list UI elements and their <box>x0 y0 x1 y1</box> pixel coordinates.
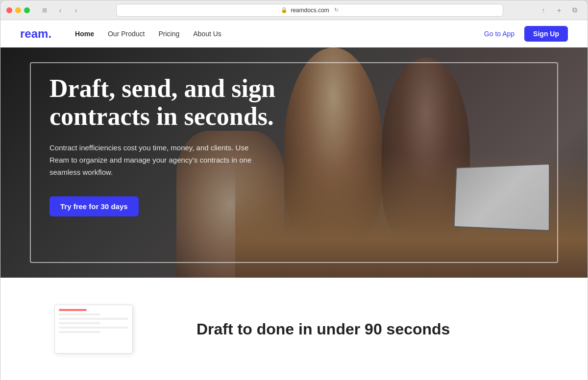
browser-window: ⊞ ‹ › 🔒 reamdocs.com ↻ ↑ + ⧉ ream. Home … <box>0 0 588 380</box>
doc-line-3 <box>59 322 100 324</box>
browser-titlebar: ⊞ ‹ › 🔒 reamdocs.com ↻ ↑ + ⧉ <box>0 0 588 20</box>
nav-home[interactable]: Home <box>75 30 94 38</box>
hero-title: Draft, send, and sign contracts in secon… <box>49 74 304 130</box>
browser-actions: ↑ + ⧉ <box>537 3 582 17</box>
address-bar[interactable]: 🔒 reamdocs.com ↻ <box>116 4 503 17</box>
bottom-text-area: Draft to done in under 90 seconds <box>196 320 568 338</box>
site-logo[interactable]: ream. <box>20 27 51 41</box>
sign-up-button[interactable]: Sign Up <box>524 26 568 42</box>
tab-grid-icon[interactable]: ⊞ <box>38 3 51 17</box>
hero-content: Draft, send, and sign contracts in secon… <box>49 74 304 216</box>
hero-section: Draft, send, and sign contracts in secon… <box>0 48 588 278</box>
bottom-section: Draft to done in under 90 seconds <box>0 278 588 380</box>
website-content: ream. Home Our Product Pricing About Us … <box>0 20 588 380</box>
lock-icon: 🔒 <box>281 7 288 13</box>
cta-button[interactable]: Try free for 30 days <box>49 196 139 216</box>
close-button[interactable] <box>6 7 12 13</box>
go-to-app-link[interactable]: Go to App <box>484 30 514 38</box>
forward-button[interactable]: › <box>69 3 83 17</box>
browser-nav: ⊞ ‹ › <box>38 3 83 17</box>
new-tab-button[interactable]: + <box>552 3 566 17</box>
fullscreen-button[interactable] <box>24 7 30 13</box>
laptop-screen-content <box>455 165 549 230</box>
doc-line-4 <box>59 327 128 329</box>
nav-about[interactable]: About Us <box>193 30 221 38</box>
url-text: reamdocs.com <box>291 7 329 14</box>
back-button[interactable]: ‹ <box>53 3 67 17</box>
minimize-button[interactable] <box>15 7 21 13</box>
traffic-lights <box>6 7 30 13</box>
laptop-visual <box>454 164 550 231</box>
refresh-icon[interactable]: ↻ <box>334 7 339 13</box>
nav-links: Home Our Product Pricing About Us <box>75 30 468 38</box>
doc-line-2 <box>59 318 128 320</box>
doc-line-red <box>59 309 87 311</box>
main-nav: ream. Home Our Product Pricing About Us … <box>0 20 588 48</box>
bottom-title: Draft to done in under 90 seconds <box>196 320 568 338</box>
hero-subtitle: Contract inefficiencies cost you time, m… <box>49 142 255 178</box>
doc-line-1 <box>59 313 100 315</box>
nav-product[interactable]: Our Product <box>108 30 145 38</box>
nav-pricing[interactable]: Pricing <box>158 30 179 38</box>
nav-right: Go to App Sign Up <box>484 26 568 42</box>
tab-list-button[interactable]: ⧉ <box>568 3 582 17</box>
doc-line-5 <box>59 331 100 333</box>
share-button[interactable]: ↑ <box>537 3 550 17</box>
doc-preview-area <box>20 278 167 380</box>
document-preview <box>54 305 133 354</box>
